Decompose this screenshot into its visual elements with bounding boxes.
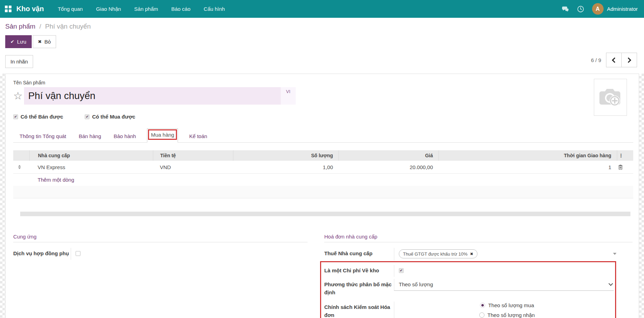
drag-handle-icon[interactable] — [18, 165, 29, 169]
column-header-vendor[interactable]: Nhà cung cấp — [29, 150, 153, 161]
favorite-star-icon[interactable]: ☆ — [13, 91, 23, 101]
column-header-price[interactable]: Giá — [339, 150, 439, 161]
discard-button[interactable]: ✖ Bỏ — [33, 35, 56, 48]
radio-on-received-quantities[interactable]: Theo số lượng nhận — [479, 312, 535, 318]
menu-configuration[interactable]: Cấu hình — [203, 1, 226, 17]
column-header-currency[interactable]: Tiền tệ — [153, 150, 233, 161]
split-method-select[interactable]: Theo số lượng — [394, 279, 614, 291]
close-icon: ✖ — [38, 39, 42, 44]
form-sheet: Tên Sản phẩm ☆ VI ✔ Có thể Bán được ✔ Có… — [5, 74, 639, 318]
menu-products[interactable]: Sản phẩm — [133, 1, 158, 17]
apps-menu-icon[interactable] — [5, 6, 11, 12]
notebook-tabs: Thông tin Tổng quát Bán hàng Bảo hành Mu… — [13, 129, 633, 143]
menu-reporting[interactable]: Báo cáo — [171, 1, 191, 17]
tab-purchase[interactable]: Mua hàng — [147, 128, 178, 143]
tab-accounting[interactable]: Kế toán — [188, 130, 208, 142]
tab-warranty[interactable]: Bảo hành — [113, 130, 137, 142]
app-name[interactable]: Kho vận — [16, 5, 44, 13]
right-margin — [639, 74, 644, 318]
subcontract-service-checkbox[interactable] — [76, 251, 80, 256]
section-title-vendor-bills: Hoá đơn nhà cung cấp — [324, 234, 633, 242]
messages-icon[interactable] — [561, 5, 569, 13]
can-be-purchased-checkbox[interactable]: ✔ Có thể Mua được — [85, 114, 135, 120]
chevron-left-icon — [612, 57, 618, 63]
cell-delivery-lead-time[interactable]: 1 — [439, 164, 617, 170]
user-avatar[interactable]: A — [592, 3, 604, 15]
radio-selected-icon — [480, 303, 485, 308]
control-panel: Sản phẩm / Phí vận chuyển ✔ Lưu ✖ Bỏ In … — [0, 18, 644, 74]
cell-price[interactable]: 20.000,00 — [339, 164, 439, 170]
activities-clock-icon[interactable] — [577, 5, 584, 13]
menu-transfers[interactable]: Giao Nhận — [95, 1, 122, 17]
trash-icon[interactable] — [618, 165, 623, 170]
print-label-button[interactable]: In nhãn — [5, 55, 33, 68]
breadcrumb-separator: / — [39, 23, 41, 30]
landed-cost-label: Là một Chi phí Về kho — [324, 265, 394, 274]
radio-unselected-icon — [479, 312, 484, 318]
cell-quantity[interactable]: 1,00 — [233, 164, 339, 170]
vendor-tax-tag[interactable]: Thuế GTGT được khấu trừ 10% ✖ — [399, 249, 478, 258]
column-handle — [13, 150, 29, 161]
dropdown-caret-icon[interactable] — [613, 253, 616, 255]
tab-general-information[interactable]: Thông tin Tổng quát — [19, 130, 67, 142]
product-name-label: Tên Sản phẩm — [13, 80, 633, 85]
table-row: VN Express VND 1,00 20.000,00 1 — [13, 161, 633, 174]
cell-vendor[interactable]: VN Express — [29, 164, 153, 170]
control-policy-label: Chính sách Kiểm soát Hóa đơn — [324, 302, 394, 318]
horizontal-scrollbar[interactable] — [20, 212, 630, 216]
breadcrumb-current: Phí vận chuyển — [45, 23, 91, 30]
menu-overview[interactable]: Tổng quan — [57, 1, 84, 17]
section-title-procurement: Cung ứng — [13, 234, 308, 242]
translation-badge[interactable]: VI — [281, 87, 296, 105]
camera-add-icon — [598, 86, 623, 108]
vendor-pricelist-table: Nhà cung cấp Tiền tệ Số lượng Giá Thời g… — [13, 150, 633, 198]
product-name-input[interactable] — [24, 87, 281, 105]
add-a-line-link[interactable]: Thêm một dòng — [38, 177, 74, 183]
vendor-tax-label: Thuế Nhà cung cấp — [324, 248, 394, 257]
chevron-right-icon — [626, 57, 631, 63]
main-menu: Tổng quan Giao Nhận Sản phẩm Báo cáo Cấu… — [57, 1, 226, 17]
product-image-upload[interactable] — [594, 79, 627, 116]
optional-columns-icon[interactable]: ⋮ — [619, 153, 623, 158]
save-button[interactable]: ✔ Lưu — [5, 35, 32, 48]
empty-table-row — [13, 186, 633, 198]
top-navbar: Kho vận Tổng quan Giao Nhận Sản phẩm Báo… — [0, 0, 644, 18]
radio-on-ordered-quantities[interactable]: Theo số lượng mua — [480, 302, 534, 308]
breadcrumb-parent[interactable]: Sản phẩm — [5, 23, 36, 30]
tag-remove-icon[interactable]: ✖ — [470, 252, 473, 256]
landed-cost-checkbox[interactable]: ✔ — [399, 268, 404, 273]
tab-sales[interactable]: Bán hàng — [78, 130, 102, 142]
pager-next-button[interactable] — [621, 53, 637, 67]
select-chevron-icon — [608, 281, 613, 286]
pager-count: 6 / 9 — [591, 57, 601, 63]
can-be-sold-checkbox[interactable]: ✔ Có thể Bán được — [13, 114, 63, 120]
cell-currency[interactable]: VND — [153, 164, 233, 170]
column-header-delivery-lead-time[interactable]: Thời gian Giao hàng — [439, 150, 617, 161]
left-margin — [0, 74, 5, 318]
pager: 6 / 9 — [591, 53, 637, 67]
annotation-box-fields: Là một Chi phí Về kho ✔ Phương thức phân… — [320, 261, 616, 318]
checkbox-checked-icon: ✔ — [85, 114, 90, 119]
check-icon: ✔ — [10, 39, 14, 44]
subcontract-service-label: Dịch vụ hợp đồng phụ — [13, 248, 71, 257]
split-method-label: Phương thức phân bổ mặc định — [324, 279, 394, 297]
breadcrumb: Sản phẩm / Phí vận chuyển — [5, 23, 644, 30]
column-header-quantity[interactable]: Số lượng — [233, 150, 339, 161]
user-name[interactable]: Administrator — [607, 6, 638, 12]
pager-previous-button[interactable] — [606, 53, 622, 67]
checkbox-checked-icon: ✔ — [13, 114, 18, 119]
